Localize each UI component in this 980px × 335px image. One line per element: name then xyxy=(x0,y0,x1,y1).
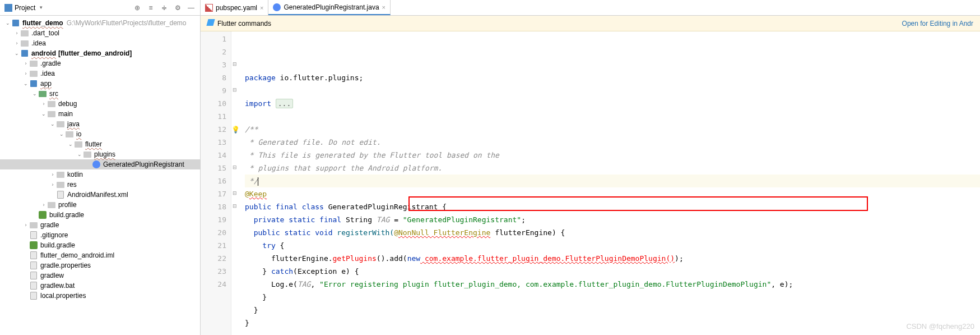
code-line[interactable]: } xyxy=(245,304,980,316)
chevron-icon[interactable]: › xyxy=(40,101,47,107)
fold-toggle-icon[interactable]: ⊟ xyxy=(233,203,237,209)
fold-toggle-icon[interactable]: ⊟ xyxy=(233,164,237,170)
code-line[interactable]: * Generated file. Do not edit. xyxy=(245,136,980,149)
code-line[interactable]: */ xyxy=(245,175,980,187)
module-icon xyxy=(29,79,38,88)
tree-item-flutter-demo[interactable]: ⌄flutter_demoG:\MyWork\Flutter\Projects\… xyxy=(0,18,200,28)
fold-toggle-icon[interactable]: ⊟ xyxy=(233,61,237,67)
tree-item-androidmanifest-xml[interactable]: AndroidManifest.xml xyxy=(0,190,200,200)
editor-tab-generatedpluginregistrant-java[interactable]: GeneratedPluginRegistrant.java× xyxy=(268,0,391,15)
chevron-icon[interactable]: ⌄ xyxy=(22,81,29,86)
open-in-android-link[interactable]: Open for Editing in Andr xyxy=(902,20,973,27)
folder-icon xyxy=(20,39,29,48)
tree-item-profile[interactable]: ›profile xyxy=(0,200,200,210)
code-line[interactable]: flutterEngine.getPlugins().add(new com.e… xyxy=(245,252,980,265)
chevron-icon[interactable]: › xyxy=(22,61,29,66)
expand-all-icon[interactable]: ≡ xyxy=(146,3,155,12)
chevron-icon[interactable]: ⌄ xyxy=(40,111,47,117)
close-icon[interactable]: × xyxy=(382,4,386,11)
code-line[interactable] xyxy=(245,84,980,97)
line-number: 17 xyxy=(201,187,226,200)
tree-item-io[interactable]: ⌄io xyxy=(0,129,200,139)
tree-item-label: flutter xyxy=(85,140,102,148)
chevron-icon[interactable]: ⌄ xyxy=(67,141,74,147)
code-content[interactable]: package io.flutter.plugins;import .../**… xyxy=(240,31,980,335)
code-line[interactable]: } xyxy=(245,291,980,304)
tree-item-gradlew-bat[interactable]: gradlew.bat xyxy=(0,281,200,291)
tree-item-plugins[interactable]: ⌄plugins xyxy=(0,149,200,159)
tree-item-debug[interactable]: ›debug xyxy=(0,99,200,109)
chevron-icon[interactable]: › xyxy=(49,172,56,177)
collapse-all-icon[interactable]: ≑ xyxy=(160,3,169,12)
tree-item-gradle[interactable]: ›gradle xyxy=(0,220,200,230)
chevron-icon[interactable]: ⌄ xyxy=(13,51,20,56)
tree-item-app[interactable]: ⌄app xyxy=(0,79,200,89)
chevron-icon[interactable]: › xyxy=(40,202,47,208)
gear-icon[interactable]: ⚙ xyxy=(173,3,182,12)
tree-item--idea[interactable]: ›.idea xyxy=(0,38,200,48)
chevron-icon[interactable]: › xyxy=(22,71,29,76)
chevron-icon[interactable]: › xyxy=(49,182,56,187)
project-view-label[interactable]: Project xyxy=(15,4,35,12)
locate-icon[interactable]: ⊕ xyxy=(133,3,142,12)
tree-item-label: AndroidManifest.xml xyxy=(67,191,128,199)
code-editor[interactable]: 12389101112131415161718192021222324 ⊟⊟💡⊟… xyxy=(201,31,980,335)
code-line[interactable]: @Keep xyxy=(245,187,980,200)
code-line[interactable]: public final class GeneratedPluginRegist… xyxy=(245,200,980,213)
editor-tab-pubspec-yaml[interactable]: pubspec.yaml× xyxy=(201,0,268,15)
code-line[interactable]: try { xyxy=(245,239,980,252)
code-line[interactable]: Log.e(TAG, "Error registering plugin flu… xyxy=(245,278,980,291)
tree-item-generatedpluginregistrant[interactable]: GeneratedPluginRegistrant xyxy=(0,159,200,169)
code-line[interactable]: * plugins that support the Android platf… xyxy=(245,162,980,175)
code-line[interactable]: private static final String TAG = "Gener… xyxy=(245,213,980,226)
chevron-icon[interactable]: ⌄ xyxy=(31,91,38,97)
fold-toggle-icon[interactable]: ⊟ xyxy=(233,190,237,196)
code-line[interactable]: package io.flutter.plugins; xyxy=(245,71,980,84)
tree-item-gradlew[interactable]: gradlew xyxy=(0,270,200,281)
tree-item-flutter[interactable]: ⌄flutter xyxy=(0,139,200,149)
tree-item--gradle[interactable]: ›.gradle xyxy=(0,58,200,68)
folder-icon xyxy=(56,170,65,179)
folder-icon xyxy=(47,109,56,118)
chevron-icon[interactable]: ⌄ xyxy=(58,131,65,137)
chevron-icon[interactable]: › xyxy=(22,222,29,228)
tree-item--gitignore[interactable]: .gitignore xyxy=(0,230,200,240)
folder-icon xyxy=(47,200,56,209)
line-number: 14 xyxy=(201,149,226,162)
tree-item-gradle-properties[interactable]: gradle.properties xyxy=(0,260,200,270)
tree-item-res[interactable]: ›res xyxy=(0,180,200,190)
line-number: 3 xyxy=(201,58,226,71)
chevron-icon[interactable]: ⌄ xyxy=(49,121,56,127)
tree-item-local-properties[interactable]: local.properties xyxy=(0,291,200,301)
tree-item--dart-tool[interactable]: ›.dart_tool xyxy=(0,28,200,38)
fold-toggle-icon[interactable]: ⊟ xyxy=(233,87,237,93)
code-line[interactable] xyxy=(245,110,980,123)
code-line[interactable]: * This file is generated by the Flutter … xyxy=(245,149,980,162)
tree-item--idea[interactable]: ›.idea xyxy=(0,68,200,79)
tree-item-build-gradle[interactable]: build.gradle xyxy=(0,210,200,220)
intention-bulb-icon[interactable]: 💡 xyxy=(231,126,240,134)
project-tree[interactable]: ⌄flutter_demoG:\MyWork\Flutter\Projects\… xyxy=(0,16,200,335)
hide-icon[interactable]: — xyxy=(187,3,196,12)
tree-item-kotlin[interactable]: ›kotlin xyxy=(0,169,200,180)
tree-item-java[interactable]: ⌄java xyxy=(0,119,200,129)
folder-icon xyxy=(29,59,38,68)
tree-item-main[interactable]: ⌄main xyxy=(0,109,200,119)
tree-item-src[interactable]: ⌄src xyxy=(0,89,200,99)
code-line[interactable]: /** xyxy=(245,123,980,136)
tree-item-build-gradle[interactable]: build.gradle xyxy=(0,240,200,250)
close-icon[interactable]: × xyxy=(260,4,263,11)
line-number-gutter: 12389101112131415161718192021222324 xyxy=(201,31,231,335)
chevron-down-icon[interactable]: ▼ xyxy=(39,5,43,10)
folder-icon xyxy=(56,120,65,129)
tree-item-flutter-demo-android-iml[interactable]: flutter_demo_android.iml xyxy=(0,250,200,260)
chevron-icon[interactable]: ⌄ xyxy=(4,20,11,26)
tree-item-android[interactable]: ⌄android[flutter_demo_android] xyxy=(0,48,200,58)
chevron-icon[interactable]: › xyxy=(13,30,20,36)
chevron-icon[interactable]: ⌄ xyxy=(76,152,83,157)
code-line[interactable]: } xyxy=(245,316,980,329)
code-line[interactable]: public static void registerWith(@NonNull… xyxy=(245,226,980,239)
code-line[interactable]: import ... xyxy=(245,97,980,110)
chevron-icon[interactable]: › xyxy=(13,40,20,46)
code-line[interactable]: } catch(Exception e) { xyxy=(245,265,980,278)
